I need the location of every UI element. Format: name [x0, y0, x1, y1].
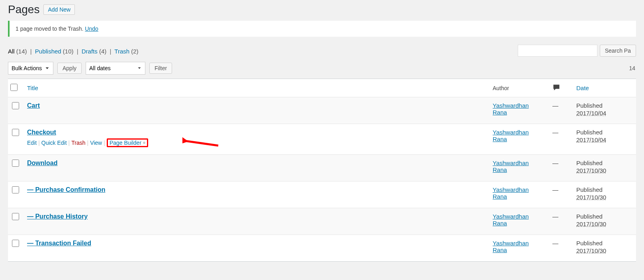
- publish-status: Published: [576, 240, 632, 246]
- author-link[interactable]: Yashwardhan Rana: [493, 160, 529, 173]
- apply-button[interactable]: Apply: [57, 63, 82, 74]
- bulk-actions-select[interactable]: Bulk Actions: [8, 62, 53, 75]
- view-link[interactable]: View: [90, 140, 102, 146]
- publish-status: Published: [576, 102, 632, 109]
- trash-link[interactable]: Trash: [71, 140, 85, 146]
- row-actions: Edit|Quick Edit|Trash|View|Page Builder: [27, 138, 485, 147]
- comments-count: —: [552, 186, 558, 193]
- comments-count: —: [552, 129, 558, 136]
- col-date[interactable]: Date: [576, 85, 589, 91]
- author-link[interactable]: Yashwardhan Rana: [493, 213, 529, 227]
- author-link[interactable]: Yashwardhan Rana: [493, 129, 529, 142]
- undo-link[interactable]: Undo: [85, 26, 98, 32]
- svg-line-0: [184, 141, 218, 146]
- page-title-link[interactable]: — Purchase History: [27, 213, 88, 220]
- publish-date: 2017/10/30: [576, 167, 606, 174]
- filter-button[interactable]: Filter: [149, 63, 172, 74]
- page-title-link[interactable]: Checkout: [27, 129, 56, 136]
- status-dot-icon: [143, 142, 145, 144]
- author-link[interactable]: Yashwardhan Rana: [493, 240, 529, 253]
- arrow-icon: [182, 130, 222, 150]
- page-builder-highlight: Page Builder: [107, 138, 148, 147]
- comments-icon: [552, 84, 560, 91]
- notice-message: 1 page moved to the Trash.: [16, 26, 85, 32]
- page-builder-link[interactable]: Page Builder: [110, 140, 141, 146]
- col-title[interactable]: Title: [27, 85, 38, 91]
- publish-status: Published: [576, 129, 632, 136]
- publish-date: 2017/10/04: [576, 110, 606, 116]
- table-row: CheckoutEdit|Quick Edit|Trash|View|Page …: [8, 124, 636, 155]
- row-checkbox[interactable]: [12, 129, 19, 136]
- publish-date: 2017/10/30: [576, 194, 606, 201]
- row-checkbox[interactable]: [12, 102, 19, 109]
- comments-count: —: [552, 160, 558, 166]
- filter-published[interactable]: Published (10): [35, 48, 74, 55]
- comments-count: —: [552, 213, 558, 220]
- publish-status: Published: [576, 160, 632, 166]
- page-title-link[interactable]: — Purchase Confirmation: [27, 186, 105, 193]
- col-author: Author: [493, 85, 509, 91]
- table-row: — Purchase ConfirmationYashwardhan Rana—…: [8, 181, 636, 208]
- row-checkbox[interactable]: [12, 213, 19, 220]
- comments-count: —: [552, 240, 558, 246]
- page-title-link[interactable]: Cart: [27, 102, 40, 109]
- col-comments[interactable]: [548, 79, 572, 97]
- author-link[interactable]: Yashwardhan Rana: [493, 102, 529, 116]
- filter-all[interactable]: All (14): [8, 48, 27, 55]
- publish-date: 2017/10/04: [576, 136, 606, 143]
- publish-date: 2017/10/30: [576, 221, 606, 227]
- page-title-link[interactable]: — Transaction Failed: [27, 240, 91, 246]
- row-checkbox[interactable]: [12, 160, 19, 167]
- comments-count: —: [552, 102, 558, 109]
- filter-drafts[interactable]: Drafts (4): [82, 48, 107, 55]
- date-filter-select[interactable]: All dates: [86, 62, 145, 75]
- table-row: — Transaction FailedYashwardhan Rana—Pub…: [8, 235, 636, 262]
- page-title-link[interactable]: Download: [27, 160, 57, 166]
- search-button[interactable]: Search Pa: [600, 45, 636, 57]
- pages-table: Title Author Date CartYashwardhan Rana—P…: [8, 79, 636, 262]
- row-checkbox[interactable]: [12, 240, 19, 247]
- publish-status: Published: [576, 213, 632, 220]
- filter-trash[interactable]: Trash (2): [114, 48, 138, 55]
- add-new-button[interactable]: Add New: [43, 4, 75, 15]
- items-count: 14: [629, 65, 636, 71]
- row-checkbox[interactable]: [12, 186, 19, 193]
- table-row: DownloadYashwardhan Rana—Published2017/1…: [8, 155, 636, 181]
- table-row: CartYashwardhan Rana—Published2017/10/04: [8, 97, 636, 124]
- publish-date: 2017/10/30: [576, 247, 606, 254]
- edit-link[interactable]: Edit: [27, 140, 37, 146]
- status-filter-links: All (14) | Published (10) | Drafts (4) |…: [8, 48, 139, 55]
- quick-edit-link[interactable]: Quick Edit: [41, 140, 67, 146]
- select-all-checkbox[interactable]: [10, 84, 18, 91]
- page-title: Pages: [8, 3, 39, 16]
- search-input[interactable]: [518, 45, 597, 57]
- trash-notice: 1 page moved to the Trash. Undo: [8, 21, 636, 37]
- table-row: — Purchase HistoryYashwardhan Rana—Publi…: [8, 208, 636, 235]
- publish-status: Published: [576, 186, 632, 193]
- author-link[interactable]: Yashwardhan Rana: [493, 186, 529, 200]
